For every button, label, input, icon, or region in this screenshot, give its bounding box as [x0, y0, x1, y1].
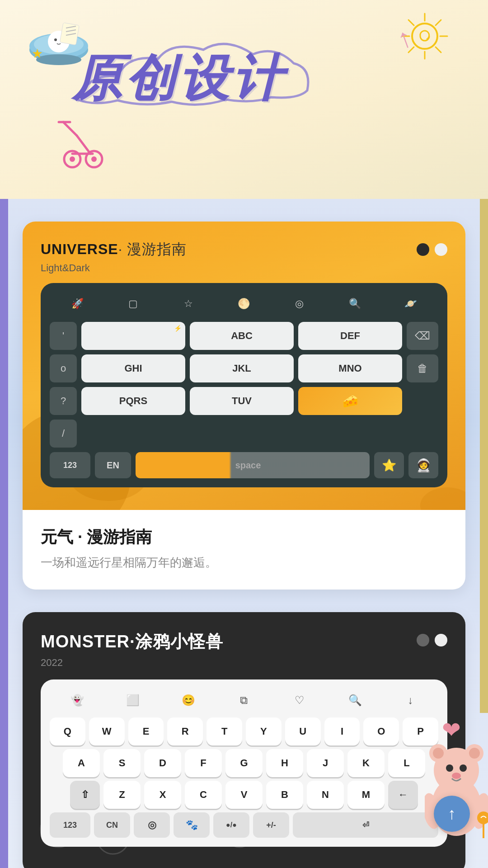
kb-key-ghi[interactable]: GHI	[81, 354, 185, 382]
monster-key-return[interactable]: ⏎	[293, 812, 438, 838]
monster-key-l[interactable]: L	[388, 749, 425, 777]
dot-dark	[417, 243, 429, 256]
monster-key-e[interactable]: E	[128, 717, 164, 745]
kb-toolbar: 🚀 ▢ ☆ 🌕 ◎ 🔍 🪐	[50, 294, 438, 314]
kb-icon-moon: ◎	[290, 294, 310, 314]
monster-row-1: Q W E R T Y U I O P	[50, 717, 438, 745]
monster-key-r[interactable]: R	[167, 717, 203, 745]
kb-bottom-star[interactable]: ⭐	[374, 452, 404, 478]
heart-decoration: ❤	[442, 717, 461, 743]
monster-key-i[interactable]: I	[324, 717, 360, 745]
monster-key-o[interactable]: O	[363, 717, 399, 745]
scroll-up-button[interactable]: ↑	[434, 796, 470, 832]
monster-key-t[interactable]: T	[206, 717, 242, 745]
universe-card: UNIVERSE· 漫游指南 Light&Dark 🚀 ▢	[23, 222, 465, 590]
svg-line-23	[77, 136, 90, 154]
kb-main-keys: ⚡ ABC DEF GHI JKL MNO	[81, 322, 402, 448]
universe-dots	[417, 243, 447, 256]
kb-key-wxyz[interactable]: 🧀	[298, 387, 402, 415]
svg-line-7	[436, 20, 441, 25]
monster-key-shift[interactable]: ⇧	[70, 781, 100, 809]
kb-key-area: ' o ? / ⚡ ABC	[50, 322, 438, 448]
kb-key-tuv[interactable]: TUV	[190, 387, 294, 415]
monster-key-x[interactable]: X	[144, 781, 181, 809]
svg-point-43	[433, 748, 444, 759]
monster-key-g[interactable]: G	[225, 749, 263, 777]
monster-key-m[interactable]: M	[347, 781, 385, 809]
kb-icon-rocket: 🚀	[67, 294, 87, 314]
monster-key-u[interactable]: U	[285, 717, 321, 745]
kb-key-mno[interactable]: MNO	[298, 354, 402, 382]
kb-side-key-apostrophe[interactable]: '	[50, 322, 77, 350]
kb-row-3: PQRS TUV 🧀	[81, 387, 402, 415]
kb-bottom-space[interactable]: space	[136, 452, 370, 478]
monster-key-v[interactable]: V	[225, 781, 263, 809]
kb-key-abc[interactable]: ABC	[190, 322, 294, 350]
monster-key-y[interactable]: Y	[246, 717, 282, 745]
monster-key-symbol[interactable]: ●/●	[213, 812, 249, 838]
monster-icon-search: 🔍	[345, 690, 365, 710]
monster-icon-heart: ♡	[290, 690, 310, 710]
kb-icon-star: ☆	[178, 294, 198, 314]
monster-icon-ghost: 👻	[67, 690, 87, 710]
monster-key-k[interactable]: K	[347, 749, 385, 777]
monster-key-plusminus[interactable]: +/-	[253, 812, 289, 838]
kb-icon-search: 🔍	[345, 294, 365, 314]
svg-point-45	[469, 748, 480, 759]
kb-key-def[interactable]: DEF	[298, 322, 402, 350]
dot-light	[435, 243, 447, 256]
universe-info-title: 元气 · 漫游指南	[41, 526, 447, 548]
svg-point-46	[446, 764, 453, 772]
universe-info-desc: 一场和遥远行星相隔万年的邂逅。	[41, 554, 447, 571]
kb-key-delete[interactable]: 🗑	[407, 354, 438, 382]
kb-side-key-question[interactable]: ?	[50, 387, 77, 415]
kb-side-key-o[interactable]: o	[50, 354, 77, 382]
kb-bottom-astro[interactable]: 🧑‍🚀	[408, 452, 438, 478]
kb-row-2: GHI JKL MNO	[81, 354, 402, 382]
hero-section: ↑ ★ 原创设计	[0, 0, 488, 199]
monster-bottom-row: 123 CN ◎ 🐾 ●/● +/- ⏎	[50, 812, 438, 838]
monster-title: MONSTER·涂鸦小怪兽	[41, 630, 223, 653]
monster-key-c[interactable]: C	[185, 781, 222, 809]
hero-title: 原创设计	[72, 45, 286, 113]
monster-icon-smile: 😊	[178, 690, 198, 710]
monster-key-f[interactable]: F	[185, 749, 222, 777]
monster-key-z[interactable]: Z	[103, 781, 141, 809]
monster-key-j[interactable]: J	[307, 749, 344, 777]
monster-row-2: A S D F G H J K L	[50, 749, 438, 777]
kb-key-empty[interactable]: ⚡	[81, 322, 185, 350]
kb-row-1: ⚡ ABC DEF	[81, 322, 402, 350]
monster-icon-copy: ⧉	[234, 690, 254, 710]
monster-key-d[interactable]: D	[144, 749, 181, 777]
monster-key-backspace[interactable]: ←	[388, 781, 418, 809]
kb-key-jkl[interactable]: JKL	[190, 354, 294, 382]
svg-point-48	[452, 773, 461, 779]
monster-key-circle[interactable]: ◎	[134, 812, 170, 838]
monster-key-a[interactable]: A	[63, 749, 100, 777]
monster-key-n[interactable]: N	[307, 781, 344, 809]
kb-bottom-en[interactable]: EN	[95, 452, 131, 478]
universe-keyboard-mockup: 🚀 ▢ ☆ 🌕 ◎ 🔍 🪐 ' o ?	[41, 283, 447, 487]
kb-right-keys: ⌫ 🗑	[407, 322, 438, 448]
kb-key-backspace[interactable]: ⌫	[407, 322, 438, 350]
monster-key-s[interactable]: S	[103, 749, 141, 777]
monster-key-cn[interactable]: CN	[94, 812, 130, 838]
kb-bottom-123[interactable]: 123	[50, 452, 90, 478]
svg-point-26	[70, 156, 75, 162]
svg-line-6	[436, 47, 441, 52]
monster-key-123[interactable]: 123	[50, 812, 90, 838]
svg-text:★: ★	[32, 47, 43, 61]
kb-side-key-slash[interactable]: /	[50, 420, 77, 448]
monster-key-b[interactable]: B	[266, 781, 303, 809]
monster-card-header: 👁 MONSTER·涂鸦小怪兽	[23, 612, 465, 868]
monster-title-block: MONSTER·涂鸦小怪兽 2022	[41, 630, 223, 669]
monster-key-q[interactable]: Q	[50, 717, 85, 745]
monster-header-row: MONSTER·涂鸦小怪兽 2022	[41, 630, 447, 669]
kb-key-pqrs[interactable]: PQRS	[81, 387, 185, 415]
svg-point-0	[412, 24, 437, 49]
monster-key-sticker[interactable]: 🐾	[174, 812, 210, 838]
monster-key-h[interactable]: H	[266, 749, 303, 777]
svg-point-47	[460, 764, 467, 772]
monster-key-w[interactable]: W	[89, 717, 125, 745]
monster-dot-dark	[435, 634, 447, 646]
